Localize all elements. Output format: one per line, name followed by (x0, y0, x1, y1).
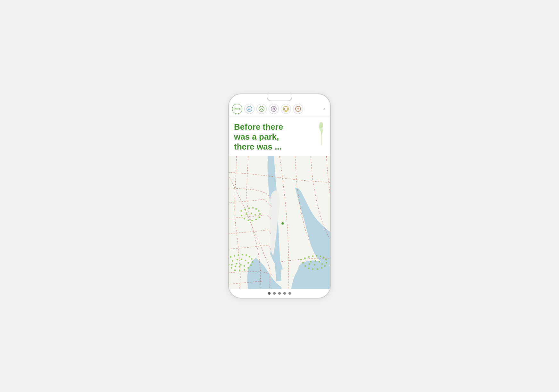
svg-point-25 (249, 256, 250, 257)
svg-point-3 (271, 106, 276, 111)
svg-point-44 (239, 266, 240, 267)
svg-point-39 (245, 260, 246, 261)
svg-point-64 (304, 257, 306, 259)
svg-point-69 (323, 257, 324, 258)
phone-notch (267, 94, 292, 101)
svg-point-61 (251, 212, 252, 214)
svg-point-58 (244, 218, 245, 219)
pagination-dot-4[interactable] (283, 292, 286, 295)
svg-point-60 (246, 213, 247, 215)
screen-icon-button[interactable] (281, 104, 291, 114)
mushroom-icon-button[interactable] (293, 104, 303, 114)
svg-point-55 (255, 219, 257, 220)
svg-point-18 (319, 122, 323, 128)
pagination-dot-5[interactable] (288, 292, 291, 295)
svg-point-80 (315, 260, 316, 262)
close-button[interactable]: × (322, 105, 327, 113)
svg-point-43 (244, 265, 245, 267)
svg-point-49 (248, 207, 250, 209)
svg-rect-10 (285, 108, 288, 110)
svg-point-1 (259, 106, 264, 111)
svg-point-36 (232, 260, 233, 262)
headline-line3: there was ... (234, 142, 282, 151)
pagination (229, 289, 330, 298)
svg-point-66 (312, 255, 313, 257)
svg-point-81 (319, 261, 320, 262)
svg-point-70 (325, 259, 327, 260)
svg-point-47 (240, 210, 242, 212)
headline-text: Before there was a park, there was ... (234, 122, 325, 152)
intro-button[interactable]: Intro (232, 104, 242, 114)
svg-point-67 (316, 255, 317, 257)
svg-point-53 (259, 213, 261, 215)
svg-point-76 (308, 267, 310, 269)
svg-point-28 (250, 264, 252, 266)
svg-point-50 (252, 207, 254, 208)
pagination-dot-1[interactable] (268, 292, 271, 295)
svg-point-83 (314, 264, 315, 265)
svg-point-54 (258, 216, 260, 218)
svg-point-65 (308, 256, 310, 258)
svg-point-23 (242, 254, 243, 255)
grass-icon-button[interactable] (256, 104, 267, 114)
svg-point-68 (320, 255, 321, 257)
svg-point-37 (237, 259, 238, 260)
svg-point-72 (324, 265, 326, 267)
plant-decoration (315, 119, 327, 146)
map-area[interactable] (229, 156, 330, 289)
svg-point-56 (251, 220, 253, 221)
top-bar: Intro (229, 101, 330, 117)
svg-point-59 (241, 215, 242, 216)
text-panel: Before there was a park, there was ... (229, 117, 330, 156)
svg-point-84 (308, 263, 310, 265)
phone-frame: Intro (228, 94, 331, 298)
dolphin-icon-button[interactable] (244, 104, 254, 114)
svg-point-78 (302, 262, 304, 264)
svg-point-33 (231, 267, 232, 269)
svg-point-52 (258, 210, 260, 212)
svg-point-14 (297, 108, 298, 109)
svg-point-85 (281, 222, 284, 225)
svg-point-63 (300, 259, 302, 260)
svg-point-30 (244, 269, 245, 271)
svg-point-75 (312, 268, 313, 270)
svg-point-71 (326, 262, 327, 264)
svg-point-29 (247, 267, 249, 269)
svg-point-27 (252, 261, 253, 263)
svg-point-38 (241, 258, 242, 260)
svg-point-57 (247, 219, 249, 221)
svg-point-51 (255, 208, 257, 210)
svg-point-46 (231, 264, 233, 265)
pagination-dot-3[interactable] (278, 292, 281, 295)
svg-point-41 (236, 263, 237, 264)
svg-point-42 (240, 264, 242, 265)
headline-line1: Before there (234, 122, 283, 132)
phone-content: Intro (229, 101, 330, 298)
svg-rect-16 (298, 109, 298, 110)
svg-point-32 (234, 269, 236, 271)
headline-line2: was a park, (234, 132, 279, 142)
svg-point-24 (246, 254, 247, 256)
svg-point-62 (254, 214, 256, 216)
svg-point-73 (321, 267, 322, 269)
svg-point-20 (230, 256, 231, 258)
svg-point-74 (317, 268, 318, 270)
svg-point-15 (298, 108, 299, 109)
svg-point-82 (321, 263, 323, 265)
jar-icon-button[interactable] (269, 104, 279, 114)
svg-point-77 (305, 265, 306, 267)
svg-point-45 (235, 265, 236, 267)
svg-point-79 (310, 261, 312, 262)
svg-point-31 (239, 270, 240, 271)
pagination-dot-2[interactable] (273, 292, 276, 295)
svg-point-21 (234, 255, 235, 257)
svg-point-48 (244, 208, 246, 210)
svg-point-22 (238, 254, 239, 256)
svg-point-40 (247, 262, 249, 264)
svg-point-26 (251, 258, 253, 260)
